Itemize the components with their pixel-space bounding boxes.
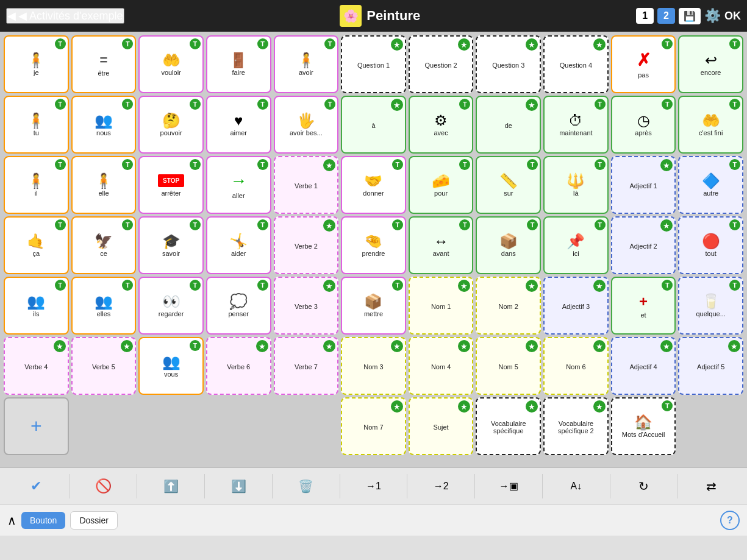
arrowS-button[interactable]: →▣: [475, 471, 542, 502]
cell-penser[interactable]: T💭penser: [206, 277, 271, 335]
cell-être[interactable]: T=être: [71, 35, 137, 93]
cell-quelque...[interactable]: T🥛quelque...: [678, 277, 743, 335]
cell-Vocabulaire spécifique 2[interactable]: ★Vocabulaire spécifique 2: [543, 397, 609, 455]
cell-Verbe 4[interactable]: ★Verbe 4: [4, 337, 69, 395]
page-2-btn[interactable]: 2: [657, 8, 675, 24]
cell-mettre[interactable]: T📦mettre: [341, 277, 406, 335]
cell-ce[interactable]: T🦅ce: [71, 216, 137, 274]
swap-button[interactable]: ⇄: [677, 471, 745, 502]
ok-button[interactable]: OK: [724, 10, 741, 23]
cell-Verbe 2[interactable]: ★Verbe 2: [274, 216, 339, 274]
cell-68[interactable]: [138, 397, 204, 455]
cell-Adjectif 3[interactable]: ★Adjectif 3: [543, 277, 609, 335]
cell-là[interactable]: T🔱là: [543, 156, 609, 214]
arrow1-button[interactable]: →1: [340, 471, 407, 502]
back-button[interactable]: ◀ ◀ Activités d'exemple: [6, 8, 124, 24]
cell-Adjectif 5[interactable]: ★Adjectif 5: [678, 337, 743, 395]
cell-encore[interactable]: T↩encore: [678, 35, 743, 93]
t-badge: T: [122, 99, 133, 110]
import-button[interactable]: ⬆️: [137, 471, 204, 502]
cell-ils[interactable]: T👥ils: [4, 277, 69, 335]
cell-ça[interactable]: T🤙ça: [4, 216, 69, 274]
cell-Nom 3[interactable]: ★Nom 3: [341, 337, 406, 395]
settings-button[interactable]: ⚙️: [704, 8, 721, 24]
cell-maintenant[interactable]: T⏱maintenant: [543, 96, 609, 154]
cell-savoir[interactable]: T🎓savoir: [138, 216, 204, 274]
arrow2-button[interactable]: →2: [407, 471, 474, 502]
cell-aller[interactable]: T→aller: [206, 156, 271, 214]
delete-button[interactable]: 🗑️: [273, 471, 340, 502]
cell-label: quelque...: [696, 310, 726, 317]
cell-après[interactable]: T◷après: [611, 96, 676, 154]
page-1-btn[interactable]: 1: [636, 8, 654, 24]
cell-76[interactable]: [678, 397, 743, 455]
cell-avoir bes...[interactable]: T🖐avoir bes...: [274, 96, 339, 154]
export-button[interactable]: ⬇️: [205, 471, 272, 502]
bouton-button[interactable]: Bouton: [21, 512, 65, 529]
cell-avec[interactable]: T⚙avec: [409, 96, 474, 154]
cell-Verbe 7[interactable]: ★Verbe 7: [274, 337, 339, 395]
cell-tu[interactable]: T🧍tu: [4, 96, 69, 154]
cell-Verbe 6[interactable]: ★Verbe 6: [206, 337, 271, 395]
cell-et[interactable]: T+et: [611, 277, 676, 335]
cell-nous[interactable]: T👥nous: [71, 96, 137, 154]
cell-à[interactable]: ★à: [341, 96, 406, 154]
cell-Question 4[interactable]: ★Question 4: [543, 35, 609, 93]
cell-elles[interactable]: T👥elles: [71, 277, 137, 335]
collapse-button[interactable]: ∧: [7, 513, 16, 528]
save-icon-btn[interactable]: 💾: [679, 8, 701, 24]
cell-Nom 6[interactable]: ★Nom 6: [543, 337, 609, 395]
cell-faire[interactable]: T🚪faire: [206, 35, 271, 93]
cell-aimer[interactable]: T♥aimer: [206, 96, 271, 154]
sort-button[interactable]: A↓: [543, 471, 610, 502]
cell-sur[interactable]: T📏sur: [476, 156, 541, 214]
cell-Nom 4[interactable]: ★Nom 4: [409, 337, 474, 395]
cell-Question 3[interactable]: ★Question 3: [476, 35, 541, 93]
cell-avoir[interactable]: T🧍avoir: [274, 35, 339, 93]
cell-je[interactable]: T🧍je: [4, 35, 69, 93]
cell-Adjectif 4[interactable]: ★Adjectif 4: [611, 337, 676, 395]
cell-70[interactable]: [274, 397, 339, 455]
cell-pour[interactable]: T🧀pour: [409, 156, 474, 214]
cell-dans[interactable]: T📦dans: [476, 216, 541, 274]
cell-67[interactable]: [71, 397, 137, 455]
cell-vous[interactable]: T👥vous: [138, 337, 204, 395]
cell-Sujet[interactable]: ★Sujet: [409, 397, 474, 455]
cell-Mots d'Accueil[interactable]: T🏠Mots d'Accueil: [611, 397, 676, 455]
cell-vouloir[interactable]: T🤲vouloir: [138, 35, 204, 93]
cancel-button[interactable]: 🚫: [70, 471, 137, 502]
cell-tout[interactable]: T🔴tout: [678, 216, 743, 274]
cell-Question 2[interactable]: ★Question 2: [409, 35, 474, 93]
cell-Vocabulaire spécifique[interactable]: ★Vocabulaire spécifique: [476, 397, 541, 455]
cell-aider[interactable]: T🤸aider: [206, 216, 271, 274]
cell-Adjectif 1[interactable]: ★Adjectif 1: [611, 156, 676, 214]
cell-il[interactable]: T🧍il: [4, 156, 69, 214]
cell-Nom 1[interactable]: ★Nom 1: [409, 277, 474, 335]
cell-c'est fini[interactable]: T🤲c'est fini: [678, 96, 743, 154]
cell-pouvoir[interactable]: T🤔pouvoir: [138, 96, 204, 154]
cell-Nom 5[interactable]: ★Nom 5: [476, 337, 541, 395]
cell-Verbe 5[interactable]: ★Verbe 5: [71, 337, 137, 395]
cell-avant[interactable]: T↔avant: [409, 216, 474, 274]
cell-pas[interactable]: T✗pas: [611, 35, 676, 93]
cell-Question 1[interactable]: ★Question 1: [341, 35, 406, 93]
cell-Nom 7[interactable]: ★Nom 7: [341, 397, 406, 455]
check-button[interactable]: ✔: [2, 471, 70, 502]
dossier-button[interactable]: Dossier: [70, 511, 117, 530]
cell-prendre[interactable]: T🤏prendre: [341, 216, 406, 274]
cell-Adjectif 2[interactable]: ★Adjectif 2: [611, 216, 676, 274]
cell-ici[interactable]: T📌ici: [543, 216, 609, 274]
cell-elle[interactable]: T🧍elle: [71, 156, 137, 214]
cell-Verbe 1[interactable]: ★Verbe 1: [274, 156, 339, 214]
cell-regarder[interactable]: T👀regarder: [138, 277, 204, 335]
cell-autre[interactable]: T🔷autre: [678, 156, 743, 214]
help-button[interactable]: ?: [720, 511, 740, 530]
cell-de[interactable]: ★de: [476, 96, 541, 154]
cell-Nom 2[interactable]: ★Nom 2: [476, 277, 541, 335]
cell-69[interactable]: [206, 397, 271, 455]
cell-arrêter[interactable]: TSTOParrêter: [138, 156, 204, 214]
cell-Verbe 3[interactable]: ★Verbe 3: [274, 277, 339, 335]
cell-add[interactable]: +: [4, 397, 69, 455]
refresh-button[interactable]: ↻: [610, 471, 677, 502]
cell-donner[interactable]: T🤝donner: [341, 156, 406, 214]
